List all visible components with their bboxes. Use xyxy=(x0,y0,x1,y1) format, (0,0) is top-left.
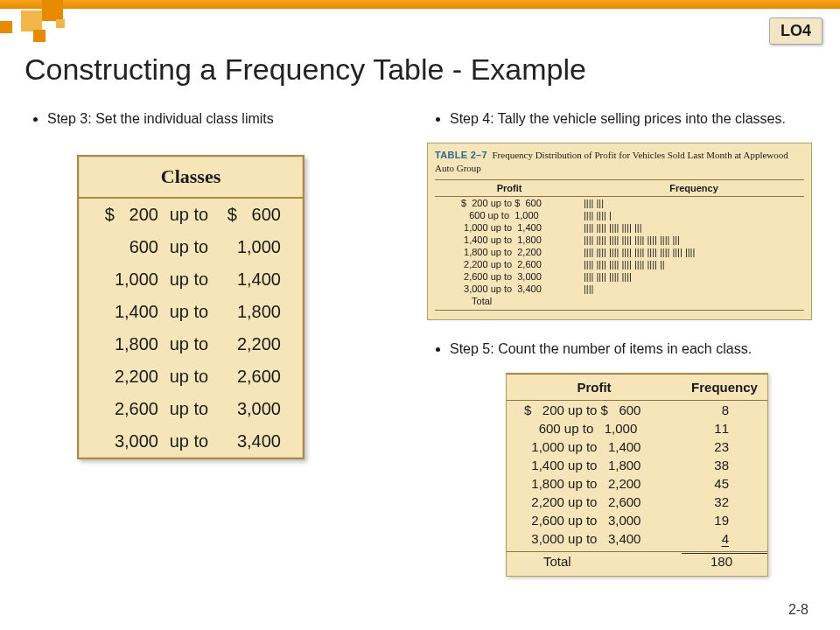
step4-text: Step 4: Tally the vehicle selling prices… xyxy=(450,109,812,129)
t27-row: 2,600 up to 3,000|||| |||| |||| |||| xyxy=(435,270,804,283)
t27-row: 3,000 up to 3,400|||| xyxy=(435,283,804,295)
step3-text: Step 3: Set the individual class limits xyxy=(47,109,401,129)
classes-row: 3,000up to3,400 xyxy=(79,425,303,458)
t27-row: 600 up to 1,000|||| |||| | xyxy=(435,209,804,221)
classes-row: 1,800up to2,200 xyxy=(79,328,303,360)
pf-row: 2,600 up to 3,00019 xyxy=(507,511,767,529)
table27-label: TABLE 2–7 xyxy=(435,150,487,160)
pf-row: 1,800 up to 2,20045 xyxy=(507,474,767,493)
slide-title: Constructing a Frequency Table - Example xyxy=(24,52,840,87)
pf-row: 2,200 up to 2,60032 xyxy=(507,493,767,511)
t27-row: 2,200 up to 2,600|||| |||| |||| |||| |||… xyxy=(435,258,804,270)
t27-row: $ 200 up to $ 600|||| ||| xyxy=(435,197,804,209)
t27-row: 1,800 up to 2,200|||| |||| |||| |||| |||… xyxy=(435,246,804,258)
corner-logo xyxy=(0,0,105,52)
classes-header: Classes xyxy=(79,157,303,199)
t27-col-profit: Profit xyxy=(435,183,584,193)
classes-row: 2,600up to3,000 xyxy=(79,393,303,425)
learning-objective-badge: LO4 xyxy=(769,18,822,45)
pf-total-value: 180 xyxy=(682,553,767,569)
t27-total: Total xyxy=(435,296,584,306)
pf-col-frequency: Frequency xyxy=(682,380,767,395)
pf-row: 1,000 up to 1,40023 xyxy=(507,438,767,456)
classes-row: 1,000up to1,400 xyxy=(79,263,303,296)
classes-row: 600up to1,000 xyxy=(79,231,303,263)
step5-text: Step 5: Count the number of items in eac… xyxy=(450,340,812,359)
page-number: 2-8 xyxy=(788,602,808,618)
classes-row: $ 200up to$ 600 xyxy=(79,199,303,231)
classes-row: 2,200up to2,600 xyxy=(79,360,303,393)
table27-caption: Frequency Distribution of Profit for Veh… xyxy=(435,150,788,172)
t27-row: 1,400 up to 1,800|||| |||| |||| |||| |||… xyxy=(435,234,804,246)
profit-frequency-table: Profit Frequency $ 200 up to $ 6008 600 … xyxy=(506,373,768,577)
pf-row: 3,000 up to 3,4004 xyxy=(507,529,767,548)
pf-row: 1,400 up to 1,80038 xyxy=(507,456,767,474)
table-2-7: TABLE 2–7 Frequency Distribution of Prof… xyxy=(427,143,812,320)
pf-col-profit: Profit xyxy=(507,380,682,395)
classes-table: Classes $ 200up to$ 600600up to1,0001,00… xyxy=(77,155,304,459)
classes-row: 1,400up to1,800 xyxy=(79,296,303,328)
t27-col-frequency: Frequency xyxy=(584,183,804,193)
pf-row: 600 up to 1,00011 xyxy=(507,419,767,438)
pf-total-label: Total xyxy=(507,554,682,569)
t27-row: 1,000 up to 1,400|||| |||| |||| |||| ||| xyxy=(435,221,804,234)
top-accent-bar xyxy=(0,0,840,9)
pf-row: $ 200 up to $ 6008 xyxy=(507,401,767,419)
